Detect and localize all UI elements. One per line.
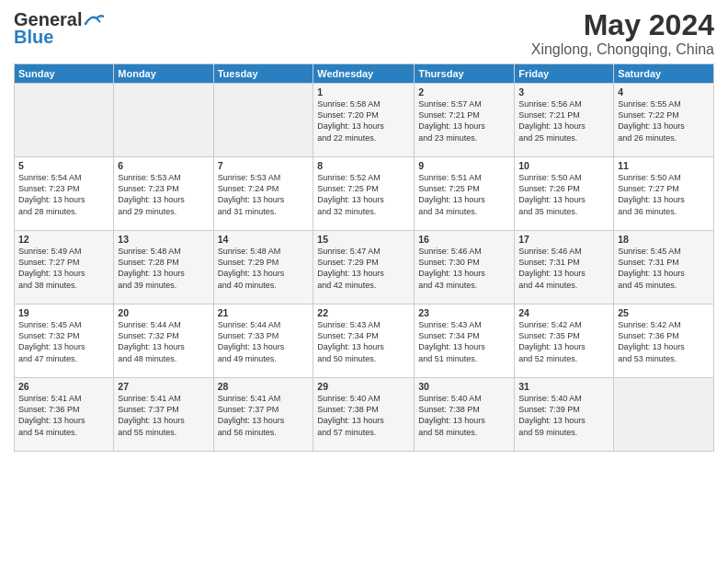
day-number: 31 [518, 381, 609, 392]
header-row: General Blue May 2024 Xinglong, Chongqin… [14, 9, 714, 58]
day-number: 26 [18, 381, 109, 392]
cell-info: Sunrise: 5:50 AM Sunset: 7:26 PM Dayligh… [518, 172, 609, 217]
calendar-cell [213, 84, 313, 157]
calendar-cell: 27Sunrise: 5:41 AM Sunset: 7:37 PM Dayli… [114, 378, 213, 452]
day-number: 1 [317, 86, 410, 98]
cell-info: Sunrise: 5:40 AM Sunset: 7:38 PM Dayligh… [317, 393, 410, 438]
calendar-cell: 9Sunrise: 5:51 AM Sunset: 7:25 PM Daylig… [415, 157, 515, 231]
cell-info: Sunrise: 5:55 AM Sunset: 7:22 PM Dayligh… [618, 98, 710, 144]
calendar-cell [114, 84, 213, 157]
calendar-cell: 17Sunrise: 5:46 AM Sunset: 7:31 PM Dayli… [515, 231, 614, 304]
calendar-cell: 7Sunrise: 5:53 AM Sunset: 7:24 PM Daylig… [213, 157, 313, 231]
weekday-header-tuesday: Tuesday [213, 64, 313, 84]
calendar-cell: 16Sunrise: 5:46 AM Sunset: 7:30 PM Dayli… [415, 231, 515, 304]
cell-info: Sunrise: 5:48 AM Sunset: 7:28 PM Dayligh… [118, 246, 209, 291]
cell-info: Sunrise: 5:50 AM Sunset: 7:27 PM Dayligh… [618, 172, 710, 217]
calendar-cell: 8Sunrise: 5:52 AM Sunset: 7:25 PM Daylig… [313, 157, 415, 231]
cell-info: Sunrise: 5:42 AM Sunset: 7:36 PM Dayligh… [618, 319, 710, 364]
cell-info: Sunrise: 5:51 AM Sunset: 7:25 PM Dayligh… [418, 172, 510, 217]
calendar-cell: 20Sunrise: 5:44 AM Sunset: 7:32 PM Dayli… [114, 304, 213, 378]
calendar-cell: 29Sunrise: 5:40 AM Sunset: 7:38 PM Dayli… [313, 378, 415, 452]
day-number: 20 [118, 307, 209, 318]
day-number: 16 [418, 234, 510, 245]
cell-info: Sunrise: 5:46 AM Sunset: 7:31 PM Dayligh… [518, 246, 609, 291]
cell-info: Sunrise: 5:57 AM Sunset: 7:21 PM Dayligh… [418, 98, 510, 144]
day-number: 19 [18, 307, 109, 318]
title-block: May 2024 Xinglong, Chongqing, China [531, 9, 714, 58]
day-number: 2 [418, 86, 510, 98]
cell-info: Sunrise: 5:41 AM Sunset: 7:36 PM Dayligh… [18, 393, 109, 438]
cell-info: Sunrise: 5:40 AM Sunset: 7:39 PM Dayligh… [518, 393, 609, 438]
day-number: 13 [118, 234, 209, 245]
calendar-cell: 25Sunrise: 5:42 AM Sunset: 7:36 PM Dayli… [614, 304, 714, 378]
day-number: 21 [218, 307, 310, 318]
logo-bird-icon [84, 13, 104, 28]
month-title: May 2024 [531, 9, 714, 41]
cell-info: Sunrise: 5:41 AM Sunset: 7:37 PM Dayligh… [218, 393, 310, 438]
weekday-header-sunday: Sunday [15, 64, 114, 84]
calendar-cell: 13Sunrise: 5:48 AM Sunset: 7:28 PM Dayli… [114, 231, 213, 304]
day-number: 9 [418, 160, 510, 171]
week-row-5: 26Sunrise: 5:41 AM Sunset: 7:36 PM Dayli… [15, 378, 714, 452]
logo: General Blue [14, 9, 104, 48]
calendar-cell: 14Sunrise: 5:48 AM Sunset: 7:29 PM Dayli… [213, 231, 313, 304]
day-number: 12 [18, 234, 109, 245]
week-row-1: 1Sunrise: 5:58 AM Sunset: 7:20 PM Daylig… [15, 84, 714, 157]
calendar-cell: 11Sunrise: 5:50 AM Sunset: 7:27 PM Dayli… [614, 157, 714, 231]
cell-info: Sunrise: 5:56 AM Sunset: 7:21 PM Dayligh… [518, 98, 609, 144]
day-number: 5 [18, 160, 109, 171]
cell-info: Sunrise: 5:41 AM Sunset: 7:37 PM Dayligh… [118, 393, 209, 438]
calendar-cell: 3Sunrise: 5:56 AM Sunset: 7:21 PM Daylig… [515, 84, 614, 157]
calendar-cell: 2Sunrise: 5:57 AM Sunset: 7:21 PM Daylig… [415, 84, 515, 157]
cell-info: Sunrise: 5:43 AM Sunset: 7:34 PM Dayligh… [418, 319, 510, 364]
day-number: 8 [317, 160, 410, 171]
calendar-cell: 6Sunrise: 5:53 AM Sunset: 7:23 PM Daylig… [114, 157, 213, 231]
day-number: 10 [518, 160, 609, 171]
cell-info: Sunrise: 5:44 AM Sunset: 7:33 PM Dayligh… [218, 319, 310, 364]
calendar-cell: 24Sunrise: 5:42 AM Sunset: 7:35 PM Dayli… [515, 304, 614, 378]
cell-info: Sunrise: 5:44 AM Sunset: 7:32 PM Dayligh… [118, 319, 209, 364]
calendar-cell: 12Sunrise: 5:49 AM Sunset: 7:27 PM Dayli… [15, 231, 114, 304]
weekday-header-friday: Friday [515, 64, 614, 84]
day-number: 27 [118, 381, 209, 392]
calendar-cell: 26Sunrise: 5:41 AM Sunset: 7:36 PM Dayli… [15, 378, 114, 452]
day-number: 24 [518, 307, 609, 318]
calendar-cell: 1Sunrise: 5:58 AM Sunset: 7:20 PM Daylig… [313, 84, 415, 157]
calendar-table: SundayMondayTuesdayWednesdayThursdayFrid… [14, 63, 714, 452]
calendar-cell: 4Sunrise: 5:55 AM Sunset: 7:22 PM Daylig… [614, 84, 714, 157]
logo-blue: Blue [14, 27, 53, 48]
cell-info: Sunrise: 5:48 AM Sunset: 7:29 PM Dayligh… [218, 246, 310, 291]
calendar-cell: 5Sunrise: 5:54 AM Sunset: 7:23 PM Daylig… [15, 157, 114, 231]
cell-info: Sunrise: 5:58 AM Sunset: 7:20 PM Dayligh… [317, 98, 410, 144]
calendar-cell: 18Sunrise: 5:45 AM Sunset: 7:31 PM Dayli… [614, 231, 714, 304]
day-number: 14 [218, 234, 310, 245]
cell-info: Sunrise: 5:45 AM Sunset: 7:32 PM Dayligh… [18, 319, 109, 364]
day-number: 22 [317, 307, 410, 318]
calendar-cell: 30Sunrise: 5:40 AM Sunset: 7:38 PM Dayli… [415, 378, 515, 452]
weekday-header-saturday: Saturday [614, 64, 714, 84]
cell-info: Sunrise: 5:45 AM Sunset: 7:31 PM Dayligh… [618, 246, 710, 291]
cell-info: Sunrise: 5:46 AM Sunset: 7:30 PM Dayligh… [418, 246, 510, 291]
day-number: 23 [418, 307, 510, 318]
week-row-4: 19Sunrise: 5:45 AM Sunset: 7:32 PM Dayli… [15, 304, 714, 378]
day-number: 29 [317, 381, 410, 392]
calendar-cell: 15Sunrise: 5:47 AM Sunset: 7:29 PM Dayli… [313, 231, 415, 304]
calendar-cell: 28Sunrise: 5:41 AM Sunset: 7:37 PM Dayli… [213, 378, 313, 452]
weekday-header-thursday: Thursday [415, 64, 515, 84]
day-number: 11 [618, 160, 710, 171]
day-number: 18 [618, 234, 710, 245]
cell-info: Sunrise: 5:40 AM Sunset: 7:38 PM Dayligh… [418, 393, 510, 438]
day-number: 30 [418, 381, 510, 392]
calendar-cell: 21Sunrise: 5:44 AM Sunset: 7:33 PM Dayli… [213, 304, 313, 378]
cell-info: Sunrise: 5:49 AM Sunset: 7:27 PM Dayligh… [18, 246, 109, 291]
weekday-header-wednesday: Wednesday [313, 64, 415, 84]
day-number: 6 [118, 160, 209, 171]
calendar-cell: 31Sunrise: 5:40 AM Sunset: 7:39 PM Dayli… [515, 378, 614, 452]
calendar-cell [15, 84, 114, 157]
day-number: 17 [518, 234, 609, 245]
calendar-cell: 19Sunrise: 5:45 AM Sunset: 7:32 PM Dayli… [15, 304, 114, 378]
location-title: Xinglong, Chongqing, China [531, 41, 714, 58]
day-number: 25 [618, 307, 710, 318]
cell-info: Sunrise: 5:47 AM Sunset: 7:29 PM Dayligh… [317, 246, 410, 291]
cell-info: Sunrise: 5:43 AM Sunset: 7:34 PM Dayligh… [317, 319, 410, 364]
